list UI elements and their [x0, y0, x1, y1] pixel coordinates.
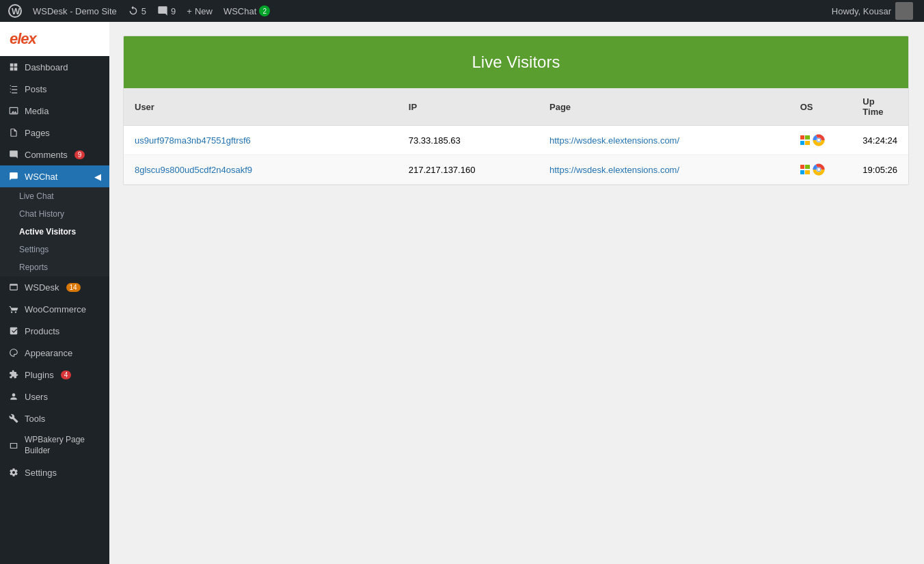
sidebar-item-posts[interactable]: Posts	[0, 78, 109, 100]
ip-cell: 73.33.185.63	[398, 126, 539, 155]
wpbakery-label: WPBakery Page Builder	[25, 435, 101, 456]
svg-rect-2	[10, 64, 14, 67]
site-name-text: WSDesk - Demo Site	[33, 6, 117, 16]
wschat-arrow: ◀	[94, 172, 101, 182]
os-icons	[800, 163, 841, 176]
main-content: Live Visitors User IP Page OS Up Time us…	[109, 22, 924, 564]
plugins-icon	[8, 369, 19, 380]
sidebar-item-dashboard[interactable]: Dashboard	[0, 56, 109, 78]
svg-rect-4	[10, 68, 14, 71]
sidebar-item-wsdesk[interactable]: WSDesk 14	[0, 276, 109, 298]
sidebar-item-chat-history[interactable]: Chat History	[0, 205, 109, 223]
col-header-user: User	[124, 88, 398, 126]
plugins-badge: 4	[61, 371, 72, 379]
live-visitors-header: Live Visitors	[124, 36, 908, 88]
visitors-table: User IP Page OS Up Time us9urf978ma3nb47…	[124, 88, 908, 185]
sidebar-item-active-visitors[interactable]: Active Visitors	[0, 223, 109, 241]
sidebar-item-products[interactable]: Products	[0, 320, 109, 342]
products-icon	[8, 325, 19, 336]
media-icon	[8, 105, 19, 116]
dashboard-icon	[8, 62, 19, 72]
wsdesk-badge: 14	[66, 283, 81, 292]
pages-icon	[8, 127, 19, 138]
dashboard-label: Dashboard	[25, 62, 68, 72]
sidebar-item-plugins[interactable]: Plugins 4	[0, 364, 109, 386]
live-visitors-card: Live Visitors User IP Page OS Up Time us…	[123, 36, 909, 185]
comments-icon	[8, 149, 19, 160]
sidebar-item-wpbakery[interactable]: WPBakery Page Builder	[0, 429, 109, 461]
plugins-label: Plugins	[25, 370, 54, 380]
greeting-text: Howdy, Kousar	[832, 6, 891, 16]
wpbakery-icon	[8, 440, 19, 451]
new-label: New	[195, 6, 213, 16]
uptime-cell: 34:24:24	[852, 126, 908, 155]
uptime-cell: 19:05:26	[852, 155, 908, 185]
wschat-item[interactable]: WSChat 2	[218, 0, 275, 22]
users-label: Users	[25, 392, 48, 402]
new-icon: +	[187, 6, 192, 16]
page-link[interactable]: https://wsdesk.elextensions.com/	[549, 165, 679, 175]
sidebar-item-reports[interactable]: Reports	[0, 258, 109, 276]
wschat-badge: 2	[259, 5, 270, 16]
wschat-submenu: Live Chat Chat History Active Visitors S…	[0, 187, 109, 276]
col-header-ip: IP	[398, 88, 539, 126]
woocommerce-label: WooCommerce	[25, 304, 86, 314]
chrome-icon	[813, 134, 825, 146]
table-header: User IP Page OS Up Time	[124, 88, 908, 126]
sidebar-item-media[interactable]: Media	[0, 100, 109, 122]
users-icon	[8, 391, 19, 402]
user-link[interactable]: us9urf978ma3nb47551gftrsf6	[135, 135, 251, 146]
sidebar-item-comments[interactable]: Comments 9	[0, 144, 109, 165]
wp-logo[interactable]: W	[5, 0, 25, 22]
posts-label: Posts	[25, 84, 47, 94]
sidebar-item-users[interactable]: Users	[0, 386, 109, 407]
windows-icon	[800, 165, 810, 174]
new-item[interactable]: + New	[181, 0, 218, 22]
page-link[interactable]: https://wsdesk.elextensions.com/	[549, 135, 679, 146]
sidebar-item-settings-main[interactable]: Settings	[0, 461, 109, 483]
os-cell	[789, 155, 852, 185]
svg-point-15	[817, 168, 820, 172]
sidebar-item-tools[interactable]: Tools	[0, 407, 109, 429]
pages-label: Pages	[25, 128, 50, 138]
table-row: 8glscu9s800ud5cdf2n4osakf9217.217.137.16…	[124, 155, 908, 185]
sidebar-item-pages[interactable]: Pages	[0, 122, 109, 144]
settings-main-label: Settings	[25, 468, 57, 478]
sidebar: elex Dashboard Posts Media	[0, 22, 109, 564]
user-greeting[interactable]: Howdy, Kousar	[826, 2, 919, 20]
sidebar-item-settings[interactable]: Settings	[0, 241, 109, 258]
site-name[interactable]: WSDesk - Demo Site	[27, 0, 122, 22]
chrome-icon	[813, 163, 825, 176]
os-icons	[800, 134, 841, 146]
ip-cell: 217.217.137.160	[398, 155, 539, 185]
col-header-uptime: Up Time	[852, 88, 908, 126]
admin-bar: W WSDesk - Demo Site 5 9 + New WSChat 2 …	[0, 0, 924, 22]
svg-text:W: W	[12, 6, 21, 16]
woo-icon	[8, 304, 19, 314]
logo-text: elex	[10, 30, 36, 48]
user-avatar	[895, 2, 913, 20]
appearance-icon	[8, 347, 19, 358]
updates-count: 5	[141, 6, 146, 16]
sidebar-item-woocommerce[interactable]: WooCommerce	[0, 298, 109, 320]
comments-label: Comments	[25, 150, 68, 160]
sidebar-logo: elex	[0, 22, 109, 56]
visitors-tbody: us9urf978ma3nb47551gftrsf673.33.185.63ht…	[124, 126, 908, 185]
products-label: Products	[25, 326, 59, 336]
sidebar-item-appearance[interactable]: Appearance	[0, 342, 109, 364]
posts-icon	[8, 83, 19, 94]
col-header-os: OS	[789, 88, 852, 126]
os-cell	[789, 126, 852, 155]
comments-badge: 9	[74, 150, 85, 159]
updates-item[interactable]: 5	[122, 0, 152, 22]
user-link[interactable]: 8glscu9s800ud5cdf2n4osakf9	[135, 165, 252, 175]
sidebar-item-live-chat[interactable]: Live Chat	[0, 187, 109, 205]
sidebar-item-wschat[interactable]: WSChat ◀	[0, 165, 109, 187]
page-title: Live Visitors	[140, 53, 892, 72]
comments-item[interactable]: 9	[152, 0, 181, 22]
comments-count: 9	[171, 6, 176, 16]
wschat-icon	[8, 171, 19, 182]
tools-label: Tools	[25, 414, 45, 424]
wschat-label: WSChat	[223, 6, 256, 16]
appearance-label: Appearance	[25, 348, 72, 358]
